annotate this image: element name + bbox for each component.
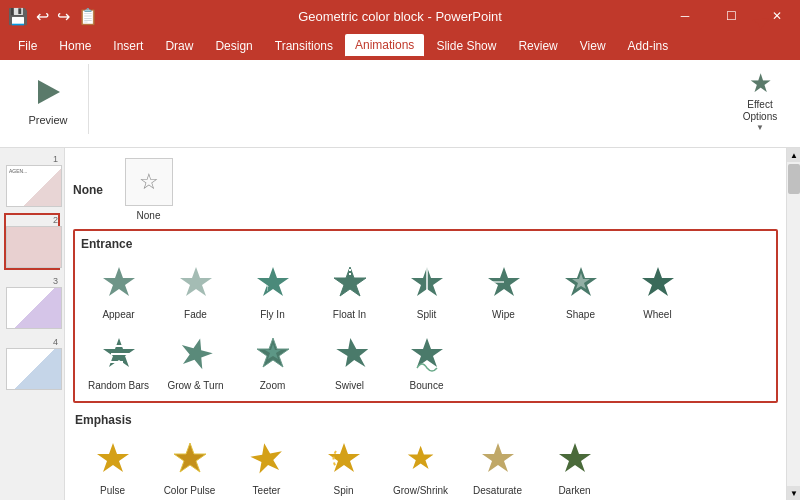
split-icon: [403, 259, 451, 307]
darken-icon: [551, 435, 599, 483]
svg-marker-1: [103, 267, 135, 296]
undo-icon[interactable]: ↩: [36, 7, 49, 26]
anim-bounce[interactable]: Bounce: [389, 326, 464, 395]
anim-flyin[interactable]: ↑ Fly In: [235, 255, 310, 324]
slide-preview-4: [6, 348, 62, 390]
anim-growshrink[interactable]: Grow/Shrink: [383, 431, 458, 500]
teeter-label: Teeter: [253, 485, 281, 496]
growshrink-icon: [397, 435, 445, 483]
redo-icon[interactable]: ↪: [57, 7, 70, 26]
svg-marker-3: [257, 267, 289, 296]
menu-addins[interactable]: Add-ins: [618, 35, 679, 57]
svg-marker-0: [38, 80, 60, 104]
svg-marker-2: [180, 267, 212, 296]
spin-icon: [320, 435, 368, 483]
menu-design[interactable]: Design: [205, 35, 262, 57]
slide-thumb-2[interactable]: 2: [4, 213, 60, 270]
title-bar: 💾 ↩ ↪ 📋 Geometric color block - PowerPoi…: [0, 0, 800, 32]
anim-spin[interactable]: Spin: [306, 431, 381, 500]
anim-pulse[interactable]: Pulse: [75, 431, 150, 500]
effect-options-label: EffectOptions: [743, 99, 777, 123]
slide-thumb-1[interactable]: 1 AGEN...: [4, 152, 60, 209]
menu-slideshow[interactable]: Slide Show: [426, 35, 506, 57]
wipe-label: Wipe: [492, 309, 515, 320]
none-label: None: [73, 183, 103, 197]
menu-animations[interactable]: Animations: [345, 34, 424, 58]
desaturate-label: Desaturate: [473, 485, 522, 496]
anim-desaturate[interactable]: Desaturate: [460, 431, 535, 500]
appear-icon: [95, 259, 143, 307]
svg-marker-30: [559, 443, 591, 472]
svg-marker-21: [334, 338, 368, 367]
anim-teeter[interactable]: Teeter: [229, 431, 304, 500]
preview-icon: [28, 72, 68, 112]
darken-label: Darken: [558, 485, 590, 496]
effect-options-group: ★ EffectOptions ▼ ➤: [720, 64, 800, 136]
anim-randombars[interactable]: Random Bars: [81, 326, 156, 395]
anim-fade[interactable]: Fade: [158, 255, 233, 324]
emphasis-section: Emphasis Pulse Color Pulse: [73, 411, 778, 500]
preview-button[interactable]: Preview: [20, 68, 76, 130]
slide-thumb-4[interactable]: 4: [4, 335, 60, 392]
svg-text:↑: ↑: [265, 282, 270, 293]
minimize-button[interactable]: ─: [662, 0, 708, 32]
menu-review[interactable]: Review: [508, 35, 567, 57]
fade-icon: [172, 259, 220, 307]
anim-wipe[interactable]: Wipe: [466, 255, 541, 324]
anim-colorpulse[interactable]: Color Pulse: [152, 431, 227, 500]
effect-options-icon: ★: [749, 68, 772, 99]
anim-none[interactable]: ☆ None: [111, 156, 186, 223]
svg-marker-22: [411, 338, 443, 367]
anim-growturn[interactable]: Grow & Turn: [158, 326, 233, 395]
swivel-icon: [326, 330, 374, 378]
appear-label: Appear: [102, 309, 134, 320]
slide-thumb-3[interactable]: 3: [4, 274, 60, 331]
anim-appear[interactable]: Appear: [81, 255, 156, 324]
customize-icon[interactable]: 📋: [78, 7, 98, 26]
growturn-icon: [172, 330, 220, 378]
main-content: 1 AGEN... 2 3 4 None ☆ None: [0, 148, 800, 500]
anim-split[interactable]: Split: [389, 255, 464, 324]
scroll-up-button[interactable]: ▲: [787, 148, 800, 162]
swivel-label: Swivel: [335, 380, 364, 391]
bounce-icon: [403, 330, 451, 378]
animation-panel: None ☆ None Entrance Appear: [65, 148, 786, 500]
ribbon: Preview ★ EffectOptions ▼ ➤: [0, 60, 800, 148]
anim-wheel[interactable]: Wheel: [620, 255, 695, 324]
anim-swivel[interactable]: Swivel: [312, 326, 387, 395]
svg-marker-13: [642, 267, 674, 296]
svg-marker-24: [174, 443, 206, 472]
menu-home[interactable]: Home: [49, 35, 101, 57]
menu-draw[interactable]: Draw: [155, 35, 203, 57]
colorpulse-icon: [166, 435, 214, 483]
anim-darken[interactable]: Darken: [537, 431, 612, 500]
menu-transitions[interactable]: Transitions: [265, 35, 343, 57]
none-section: None ☆ None: [73, 156, 778, 223]
svg-marker-23: [97, 443, 129, 472]
growturn-label: Grow & Turn: [167, 380, 223, 391]
bounce-label: Bounce: [410, 380, 444, 391]
pulse-label: Pulse: [100, 485, 125, 496]
entrance-section: Entrance Appear Fade ↑: [73, 229, 778, 403]
effect-options-arrow: ▼: [756, 123, 764, 132]
anim-floatin[interactable]: Float In: [312, 255, 387, 324]
flyin-label: Fly In: [260, 309, 284, 320]
slide-num-2: 2: [6, 215, 58, 225]
svg-marker-28: [407, 446, 433, 469]
menu-view[interactable]: View: [570, 35, 616, 57]
scroll-down-button[interactable]: ▼: [787, 486, 800, 500]
scroll-thumb[interactable]: [788, 164, 800, 194]
zoom-icon: [249, 330, 297, 378]
menu-bar: File Home Insert Draw Design Transitions…: [0, 32, 800, 60]
anim-zoom[interactable]: Zoom: [235, 326, 310, 395]
colorpulse-label: Color Pulse: [164, 485, 216, 496]
teeter-icon: [243, 435, 291, 483]
shape-icon: [557, 259, 605, 307]
menu-insert[interactable]: Insert: [103, 35, 153, 57]
anim-shape[interactable]: Shape: [543, 255, 618, 324]
wipe-icon: [480, 259, 528, 307]
menu-file[interactable]: File: [8, 35, 47, 57]
slide-preview-3: [6, 287, 62, 329]
randombars-label: Random Bars: [88, 380, 149, 391]
save-icon[interactable]: 💾: [8, 7, 28, 26]
